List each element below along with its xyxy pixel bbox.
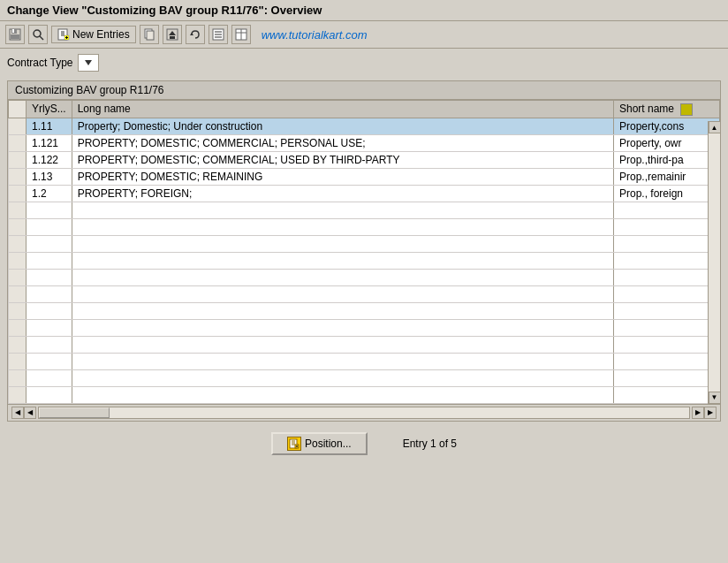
cell-longname: PROPERTY; DOMESTIC; COMMERCIAL; PERSONAL… [72,134,613,151]
cell-empty [27,319,72,336]
cell-empty [72,202,613,218]
table-row-empty[interactable] [9,269,720,285]
cell-empty [27,336,72,353]
scroll-down-btn[interactable]: ▼ [709,392,721,404]
table-row-empty[interactable] [9,218,720,235]
table-row-empty[interactable] [9,202,720,218]
table-row-empty[interactable] [9,235,720,252]
scroll-track-h[interactable] [38,407,690,419]
cell-empty [614,369,720,386]
cell-empty [9,302,27,319]
cell-shortname: Prop.,remainir [614,168,720,185]
cell-empty [72,252,613,269]
cell-yrlys: 1.13 [27,168,72,185]
table-row[interactable]: 1.2PROPERTY; FOREIGN;Prop., foreign [9,185,720,202]
sort-icon [680,103,693,116]
cell-yrlys: 1.2 [27,185,72,202]
cell-empty [27,285,72,302]
table-row-empty[interactable] [9,252,720,269]
cell-longname: Property; Domestic; Under construction [72,118,613,134]
scroll-left-btn[interactable]: ◀ [11,407,24,419]
table-row[interactable]: 1.11Property; Domestic; Under constructi… [9,118,720,134]
cell-longname: PROPERTY; DOMESTIC; REMAINING [72,168,613,185]
row-selector[interactable] [9,168,27,185]
table-row-empty[interactable] [9,336,720,353]
row-selector[interactable] [9,151,27,168]
svg-line-5 [40,36,43,40]
footer: Position... Entry 1 of 5 [0,425,728,462]
cell-empty [72,235,613,252]
col-shortname-header[interactable]: Short name [614,101,720,118]
cell-empty [9,319,27,336]
cell-yrlys: 1.122 [27,151,72,168]
scroll-track-v [709,133,720,392]
table-row-empty[interactable] [9,285,720,302]
title-bar: Change View "Customizing BAV group R11/7… [0,0,728,21]
cell-empty [614,336,720,353]
table-row-empty[interactable] [9,369,720,386]
cell-empty [614,285,720,302]
page-title: Change View "Customizing BAV group R11/7… [7,4,322,17]
col-longname-header[interactable]: Long name [72,101,613,118]
nav-left-btn[interactable]: ◀ [24,407,36,419]
table-row-empty[interactable] [9,353,720,369]
cell-empty [9,386,27,403]
cell-shortname: Prop., foreign [614,185,720,202]
cell-empty [614,202,720,218]
svg-rect-14 [147,31,154,40]
cell-shortname: Property, owr [614,134,720,151]
cell-empty [27,353,72,369]
row-selector[interactable] [9,185,27,202]
row-selector[interactable] [9,118,27,134]
cell-empty [614,319,720,336]
scroll-up-btn[interactable]: ▲ [709,121,721,133]
table-row-empty[interactable] [9,302,720,319]
table-row[interactable]: 1.122PROPERTY; DOMESTIC; COMMERCIAL; USE… [9,151,720,168]
table-icon[interactable] [231,25,251,44]
cell-empty [9,269,27,285]
data-panel: Customizing BAV group R11/76 YrlyS... Lo… [7,80,721,422]
col-selector-header [9,101,27,118]
cell-empty [72,269,613,285]
list-icon[interactable] [209,25,228,44]
cell-empty [614,269,720,285]
cell-empty [614,218,720,235]
data-table: YrlyS... Long name Short name 1.11Proper… [8,100,720,404]
svg-rect-3 [11,34,19,39]
contract-type-bar: Contract Type [0,49,728,77]
cell-empty [614,252,720,269]
col-yrlys-header[interactable]: YrlyS... [27,101,72,118]
save2-icon[interactable] [163,25,182,44]
svg-rect-17 [170,36,175,39]
cell-empty [614,353,720,369]
cell-empty [27,269,72,285]
cell-empty [9,353,27,369]
cell-yrlys: 1.121 [27,134,72,151]
table-row-empty[interactable] [9,386,720,403]
cell-empty [9,218,27,235]
table-wrapper: YrlyS... Long name Short name 1.11Proper… [8,100,720,404]
contract-type-dropdown[interactable] [78,54,99,72]
cell-empty [72,319,613,336]
table-row[interactable]: 1.13PROPERTY; DOMESTIC; REMAININGProp.,r… [9,168,720,185]
new-entries-button[interactable]: New Entries [51,26,136,43]
cell-shortname: Prop.,third-pa [614,151,720,168]
position-label: Position... [305,437,352,450]
contract-type-label: Contract Type [7,57,72,69]
vertical-scrollbar[interactable]: ▲ ▼ [708,121,720,404]
undo-icon[interactable] [186,25,205,44]
row-selector[interactable] [9,134,27,151]
cell-empty [614,302,720,319]
cell-empty [72,336,613,353]
table-row-empty[interactable] [9,319,720,336]
find-icon[interactable] [28,25,48,44]
table-row[interactable]: 1.121PROPERTY; DOMESTIC; COMMERCIAL; PER… [9,134,720,151]
position-button[interactable]: Position... [271,432,368,455]
nav-right-btn[interactable]: ▶ [692,407,704,419]
copy-icon[interactable] [140,25,159,44]
cell-shortname: Property,cons [614,118,720,134]
save-icon[interactable] [5,25,25,44]
position-icon [287,437,301,451]
scroll-right-btn[interactable]: ▶ [704,407,717,419]
cell-empty [9,336,27,353]
